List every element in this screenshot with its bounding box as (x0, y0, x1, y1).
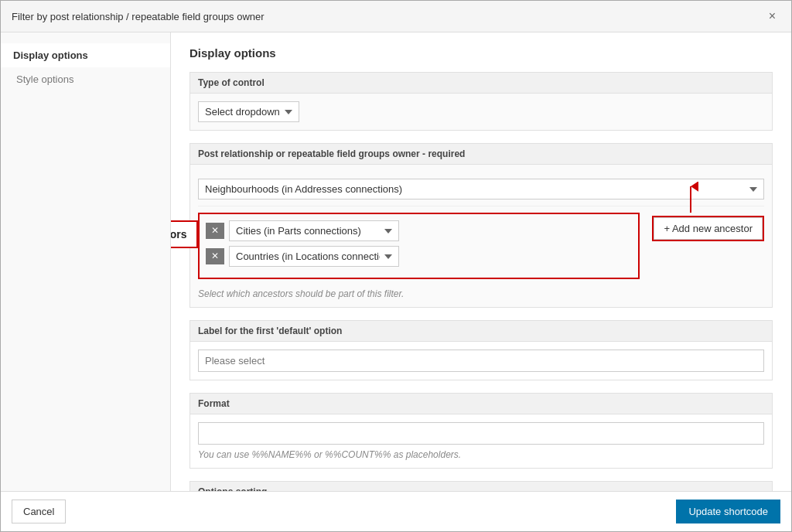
modal-footer: Cancel Update shortcode (1, 491, 791, 531)
add-ancestor-col: + Add new ancestor (652, 213, 764, 241)
ancestors-box: ✕ Cities (in Parts connections) ✕ (198, 213, 640, 279)
type-of-control-select[interactable]: Select dropdown Radio buttons Checkboxes (198, 101, 299, 122)
remove-ancestor-2-button[interactable]: ✕ (206, 248, 224, 265)
add-ancestor-box: + Add new ancestor (652, 216, 764, 241)
modal-close-button[interactable]: × (764, 9, 780, 24)
cancel-button[interactable]: Cancel (12, 500, 66, 523)
modal-wrapper: Filter by post relationship / repeatable… (0, 0, 792, 532)
ancestors-hint: Select which ancestors should be part of… (198, 288, 764, 299)
options-sorting-group: Options sorting Order by Post title Post… (189, 481, 773, 491)
type-of-control-content: Select dropdown Radio buttons Checkboxes (189, 93, 773, 131)
type-of-control-group: Type of control Select dropdown Radio bu… (189, 72, 773, 131)
relationship-main-select[interactable]: Neighbourhoods (in Addresses connections… (198, 179, 764, 200)
content-area: Display options Type of control Select d… (171, 32, 791, 491)
section-heading: Display options (189, 46, 773, 60)
format-group: Format %%NAME%% You can use %%NAME%% or … (189, 393, 773, 469)
ancestor-row-2: ✕ Countries (in Locations connections) (206, 246, 632, 267)
relationship-content: Neighbourhoods (in Addresses connections… (189, 164, 773, 308)
add-ancestor-button[interactable]: + Add new ancestor (654, 217, 763, 240)
label-default-input[interactable] (198, 350, 764, 372)
sidebar: Display options Style options (1, 32, 171, 491)
label-default-content (189, 341, 773, 380)
format-content: %%NAME%% You can use %%NAME%% or %%COUNT… (189, 414, 773, 469)
update-shortcode-button[interactable]: Update shortcode (676, 500, 780, 523)
ancestors-and-add: Already added ancestors ✕ (198, 213, 764, 282)
label-default-label: Label for the first 'default' option (189, 320, 773, 341)
modal-header: Filter by post relationship / repeatable… (1, 1, 791, 32)
ancestor-2-select[interactable]: Countries (in Locations connections) (229, 246, 399, 267)
annotation-already-added: Already added ancestors (171, 220, 198, 248)
label-default-group: Label for the first 'default' option (189, 320, 773, 380)
modal-title: Filter by post relationship / repeatable… (12, 11, 265, 22)
format-hint: You can use %%NAME%% or %%COUNT%% as pla… (198, 449, 764, 460)
format-input[interactable]: %%NAME%% (198, 422, 764, 445)
options-sorting-label: Options sorting (189, 481, 773, 491)
ancestor-1-select[interactable]: Cities (in Parts connections) (229, 220, 399, 241)
ancestor-row-1: ✕ Cities (in Parts connections) (206, 220, 632, 241)
format-label: Format (189, 393, 773, 414)
type-of-control-label: Type of control (189, 72, 773, 93)
sidebar-item-style-options[interactable]: Style options (1, 67, 170, 91)
relationship-main-row: Neighbourhoods (in Addresses connections… (198, 172, 764, 206)
relationship-label: Post relationship or repeatable field gr… (189, 143, 773, 164)
sidebar-item-display-options[interactable]: Display options (1, 43, 170, 67)
relationship-group: Post relationship or repeatable field gr… (189, 143, 773, 308)
remove-ancestor-1-button[interactable]: ✕ (206, 223, 224, 240)
ancestors-list-wrapper: ✕ Cities (in Parts connections) ✕ (198, 213, 640, 282)
modal-body: Display options Style options Display op… (1, 32, 791, 491)
